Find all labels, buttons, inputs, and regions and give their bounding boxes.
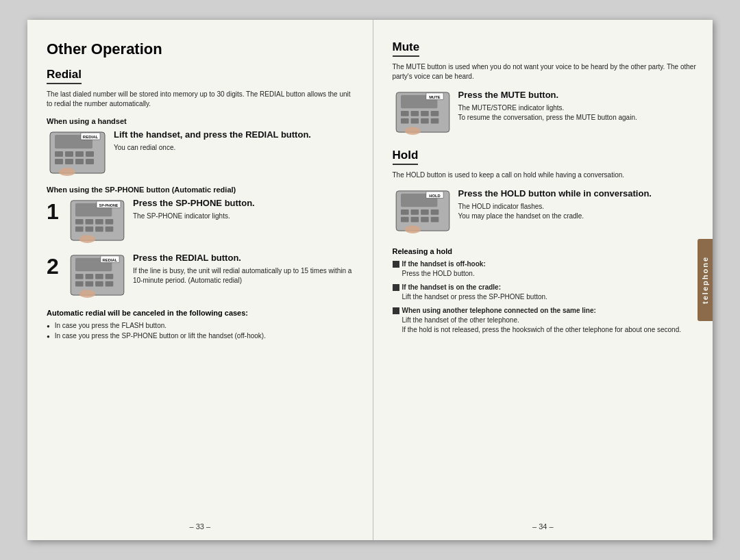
step2-container: 2 [47, 253, 354, 301]
svg-rect-48 [430, 118, 439, 124]
svg-rect-16 [86, 219, 94, 225]
svg-rect-35 [106, 281, 114, 287]
step2-content: REDIAL Press the REDIAL button. If the l… [67, 253, 354, 301]
mute-device-svg: MUTE [393, 90, 453, 135]
handset-instruction: Lift the handset, and press the REDIAL b… [114, 129, 354, 141]
svg-rect-61 [430, 217, 439, 222]
handset-device-svg: REDIAL [47, 129, 108, 176]
svg-text:REDIAL: REDIAL [83, 135, 99, 139]
release-item2: If the handset is on the cradle: Lift th… [393, 283, 700, 302]
auto-cancel-item1: In case you press the FLASH button. [47, 320, 354, 331]
mute-title: Mute [393, 40, 420, 57]
svg-text:SP-PHONE: SP-PHONE [99, 203, 119, 207]
release-label3: When using another telephone connected o… [402, 307, 596, 314]
svg-rect-34 [95, 281, 103, 287]
release-text1-content: Press the HOLD button. [402, 270, 475, 277]
svg-rect-2 [55, 151, 63, 157]
release-text2-content: Lift the handset or press the SP-PHONE b… [402, 293, 547, 301]
mute-text-block: Press the MUTE button. The MUTE/STORE in… [458, 90, 700, 123]
svg-rect-15 [75, 219, 84, 225]
svg-rect-18 [106, 219, 114, 225]
step1-content: SP-PHONE Press the SP-PHONE button. The … [67, 198, 354, 246]
release-bullet1 [393, 261, 399, 268]
hold-section: Hold The HOLD button is used to keep a c… [393, 149, 700, 236]
svg-rect-42 [410, 111, 419, 116]
svg-text:HOLD: HOLD [429, 194, 440, 198]
hold-device-svg: HOLD [393, 188, 453, 233]
subsection2-label: When using the SP-PHONE button (Automati… [47, 186, 354, 194]
hold-device-wrapper: HOLD [393, 188, 453, 236]
release-item1: If the handset is off-hook: Press the HO… [393, 259, 700, 279]
svg-rect-28 [75, 274, 84, 279]
hold-row: HOLD Press the HOLD button while in conv… [393, 188, 700, 236]
side-tab-text: telephone [701, 256, 709, 304]
mute-section: Mute The MUTE button is used when you do… [393, 40, 700, 138]
svg-rect-59 [410, 217, 419, 222]
svg-rect-41 [400, 111, 408, 116]
release-title: Releasing a hold [393, 247, 700, 255]
svg-rect-44 [430, 111, 439, 116]
subsection1-label: When using a handset [47, 117, 354, 125]
svg-rect-43 [421, 111, 429, 116]
handset-device-wrapper: REDIAL [47, 129, 108, 179]
step2-text-block: Press the REDIAL button. If the line is … [133, 253, 354, 285]
svg-rect-5 [86, 151, 94, 157]
handset-step-content: REDIAL Lift the handset, and press the R… [47, 129, 354, 179]
svg-rect-46 [410, 118, 419, 124]
step1-device-svg: SP-PHONE [67, 198, 127, 243]
release-item3: When using another telephone connected o… [393, 306, 700, 335]
auto-cancel-item2: In case you press the SP-PHONE button or… [47, 331, 354, 341]
handset-step-text: Lift the handset, and press the REDIAL b… [114, 129, 354, 153]
svg-rect-30 [95, 274, 103, 279]
svg-rect-7 [65, 159, 73, 164]
right-page: Mute The MUTE button is used when you do… [373, 20, 713, 540]
svg-rect-17 [95, 219, 103, 225]
svg-rect-54 [400, 209, 408, 215]
hold-sub1: The HOLD indicator flashes. [458, 202, 700, 212]
step1-instruction: Press the SP-PHONE button. [133, 198, 354, 209]
mute-instruction: Press the MUTE button. [458, 90, 700, 101]
release-label2: If the handset is on the cradle: [402, 283, 501, 291]
release-text3-content2: If the hold is not released, press the h… [402, 326, 682, 333]
svg-rect-21 [95, 227, 103, 232]
svg-rect-6 [55, 159, 63, 164]
svg-rect-32 [75, 281, 84, 287]
svg-rect-20 [86, 227, 94, 232]
svg-rect-9 [86, 159, 94, 164]
svg-rect-57 [430, 209, 439, 215]
release-text2: If the handset is on the cradle: Lift th… [402, 283, 547, 302]
svg-point-10 [59, 168, 75, 176]
step2-instruction: Press the REDIAL button. [133, 253, 354, 264]
release-text3: When using another telephone connected o… [402, 306, 682, 335]
left-page: Other Operation Redial The last dialed n… [27, 20, 373, 540]
mute-sub1: The MUTE/STORE indicator lights. [458, 103, 700, 113]
svg-rect-4 [75, 151, 84, 157]
step2-device-svg: REDIAL [67, 253, 127, 298]
release-bullet3 [393, 307, 399, 314]
mute-device-wrapper: MUTE [393, 90, 453, 138]
release-text3-content1: Lift the handset of the other telephone. [402, 316, 519, 324]
svg-point-23 [79, 235, 95, 243]
svg-rect-3 [65, 151, 73, 157]
svg-point-49 [404, 127, 420, 135]
svg-rect-45 [400, 118, 408, 124]
mute-row: MUTE Press the MUTE button. The MUTE/STO… [393, 90, 700, 138]
svg-rect-56 [421, 209, 429, 215]
step2-number: 2 [47, 255, 62, 277]
release-section: Releasing a hold If the handset is off-h… [393, 247, 700, 335]
redial-title: Redial [47, 68, 82, 84]
release-label1: If the handset is off-hook: [402, 260, 486, 268]
step1-text-block: Press the SP-PHONE button. The SP-PHONE … [133, 198, 354, 221]
svg-rect-58 [400, 217, 408, 222]
svg-rect-33 [86, 281, 94, 287]
book-spread: Other Operation Redial The last dialed n… [27, 20, 713, 540]
release-bullet2 [393, 284, 399, 291]
step1-device: SP-PHONE [67, 198, 127, 246]
handset-sub: You can redial once. [114, 143, 354, 153]
side-tab: telephone [698, 239, 713, 321]
hold-title: Hold [393, 149, 419, 165]
svg-point-36 [79, 290, 95, 298]
svg-rect-60 [421, 217, 429, 222]
handset-step: REDIAL Lift the handset, and press the R… [47, 129, 354, 179]
step1-number: 1 [47, 201, 62, 222]
